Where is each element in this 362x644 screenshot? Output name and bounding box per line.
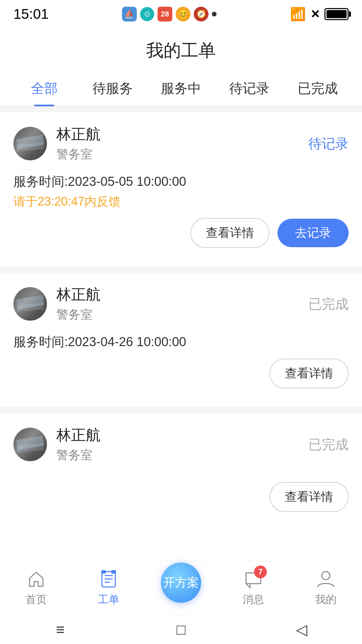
fab-button[interactable]: 开方案	[161, 562, 201, 603]
card-status-2: 已完成	[308, 295, 349, 313]
tab-done[interactable]: 已完成	[284, 72, 352, 106]
card-actions-2: 查看详情	[13, 359, 349, 388]
nav-label-tasks: 工单	[98, 592, 119, 607]
card-header-3: 林正航 警务室 已完成	[0, 413, 362, 470]
card-divider-2	[0, 267, 362, 273]
service-time-1: 服务时间:2023-05-05 10:00:00	[13, 173, 349, 190]
card-status-1: 待记录	[308, 135, 349, 153]
card-actions-1: 查看详情 去记录	[13, 218, 349, 248]
work-order-card-2: 林正航 警务室 已完成 服务时间:2023-04-26 10:00:00 查看详…	[0, 273, 362, 400]
svg-point-7	[322, 572, 330, 580]
work-order-card-3: 林正航 警务室 已完成 查看详情	[0, 413, 362, 524]
user-dept-3: 警务室	[56, 447, 101, 464]
tab-inservice[interactable]: 服务中	[147, 72, 215, 106]
app-icon-1: ⛵	[122, 7, 137, 21]
status-right: 📶 ✕	[290, 7, 349, 21]
nav-item-fab[interactable]: 开方案	[154, 573, 208, 603]
signal-x-icon: ✕	[310, 7, 320, 21]
user-info-3: 林正航 警务室	[56, 425, 101, 464]
card-user-3: 林正航 警务室	[13, 425, 101, 464]
tab-all[interactable]: 全部	[10, 72, 78, 106]
card-status-3: 已完成	[308, 435, 349, 454]
card-body-1: 服务时间:2023-05-05 10:00:00 请于23:20:47内反馈 查…	[0, 169, 362, 260]
card-header-2: 林正航 警务室 已完成	[0, 273, 362, 330]
card-divider-1	[0, 106, 362, 112]
feedback-warning-1: 请于23:20:47内反馈	[13, 194, 349, 210]
tab-bar: 全部 待服务 服务中 待记录 已完成	[0, 72, 362, 106]
nav-item-tasks[interactable]: 工单	[82, 568, 135, 607]
view-detail-button-1[interactable]: 查看详情	[190, 218, 269, 248]
go-record-button-1[interactable]: 去记录	[278, 219, 349, 247]
home-icon	[25, 568, 47, 590]
system-nav-back[interactable]: ◁	[288, 621, 315, 638]
system-nav-home[interactable]: □	[168, 621, 194, 638]
svg-rect-5	[111, 570, 116, 574]
nav-item-home[interactable]: 首页	[9, 568, 63, 607]
user-info-2: 林正航 警务室	[56, 285, 101, 323]
user-name-1: 林正航	[56, 124, 101, 144]
battery-icon	[324, 8, 349, 20]
view-detail-button-3[interactable]: 查看详情	[269, 482, 349, 512]
system-nav-menu[interactable]: ≡	[47, 621, 74, 638]
svg-rect-4	[101, 570, 106, 574]
view-detail-button-2[interactable]: 查看详情	[269, 359, 349, 388]
app-icon-5: 🧭	[194, 7, 208, 21]
card-body-2: 服务时间:2023-04-26 10:00:00 查看详情	[0, 330, 362, 400]
status-time: 15:01	[13, 6, 49, 22]
user-name-3: 林正航	[56, 425, 101, 445]
system-nav-bar: ≡ □ ◁	[0, 614, 362, 644]
tab-pending-record[interactable]: 待记录	[215, 72, 284, 106]
status-dot	[212, 12, 217, 16]
message-badge: 7	[254, 566, 267, 578]
nav-item-mine[interactable]: 我的	[299, 568, 353, 607]
status-icons: ⛵ ⊙ 28 😊 🧭	[122, 7, 217, 21]
nav-label-home: 首页	[25, 592, 47, 607]
nav-item-messages[interactable]: 7 消息	[227, 568, 280, 607]
work-order-card-1: 林正航 警务室 待记录 服务时间:2023-05-05 10:00:00 请于2…	[0, 112, 362, 260]
card-header-1: 林正航 警务室 待记录	[0, 112, 362, 169]
person-icon	[315, 568, 337, 590]
nav-label-messages: 消息	[243, 592, 264, 607]
card-divider-3	[0, 407, 362, 413]
status-bar: 15:01 ⛵ ⊙ 28 😊 🧭 📶 ✕	[0, 0, 362, 25]
app-icon-3: 28	[158, 7, 172, 21]
avatar-1	[13, 127, 47, 160]
card-actions-3: 查看详情	[13, 482, 349, 512]
tab-pending[interactable]: 待服务	[78, 72, 147, 106]
avatar-2	[13, 287, 47, 321]
card-body-3: 查看详情	[0, 470, 362, 524]
avatar-3	[13, 428, 47, 461]
user-name-2: 林正航	[56, 285, 101, 305]
user-info-1: 林正航 警务室	[56, 124, 101, 163]
card-user-2: 林正航 警务室	[13, 285, 101, 323]
bottom-nav: 首页 工单 开方案 7	[0, 561, 362, 610]
user-dept-2: 警务室	[56, 307, 101, 323]
user-dept-1: 警务室	[56, 146, 101, 163]
nav-label-mine: 我的	[315, 592, 337, 607]
message-icon: 7	[243, 568, 264, 590]
card-user-1: 林正航 警务室	[13, 124, 101, 163]
tasks-icon	[98, 568, 119, 590]
wifi-icon: 📶	[290, 7, 306, 21]
app-icon-2: ⊙	[140, 7, 154, 21]
app-icon-4: 😊	[176, 7, 190, 21]
page-title: 我的工单	[0, 25, 362, 72]
service-time-2: 服务时间:2023-04-26 10:00:00	[13, 333, 349, 351]
